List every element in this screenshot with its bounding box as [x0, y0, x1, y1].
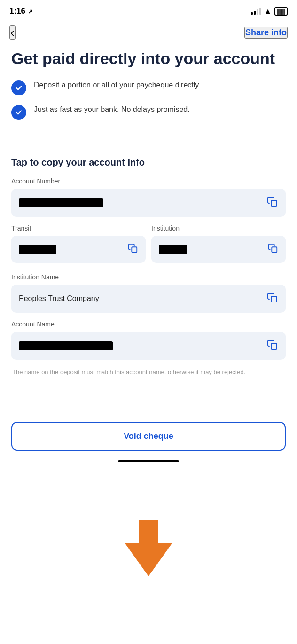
- home-indicator: [0, 455, 297, 465]
- transit-label: Transit: [11, 224, 146, 232]
- institution-name-wrap: Institution Name Peoples Trust Company: [11, 273, 286, 313]
- svg-marker-5: [125, 520, 172, 576]
- svg-rect-2: [272, 247, 277, 252]
- battery-icon: ▓▓: [274, 7, 288, 16]
- institution-redacted: [159, 245, 187, 254]
- hero-title: Get paid directly into your account: [11, 49, 286, 68]
- institution-name-field[interactable]: Peoples Trust Company: [11, 285, 286, 313]
- feature-text-2: Just as fast as your bank. No delays pro…: [34, 104, 190, 115]
- svg-rect-3: [271, 296, 277, 302]
- check-icon-1: [11, 80, 26, 95]
- copy-account-number-icon[interactable]: [267, 196, 278, 209]
- svg-rect-1: [132, 247, 137, 252]
- feature-item-1: Deposit a portion or all of your paycheq…: [11, 80, 286, 95]
- copy-institution-name-icon[interactable]: [267, 292, 278, 305]
- feature-item-2: Just as fast as your bank. No delays pro…: [11, 104, 286, 120]
- arrow-overlay: [125, 520, 172, 578]
- account-name-hint: The name on the deposit must match this …: [11, 367, 286, 377]
- transit-redacted: [19, 245, 56, 254]
- institution-col: Institution: [151, 224, 286, 270]
- institution-field[interactable]: [151, 236, 286, 263]
- location-icon: ↗: [28, 8, 33, 15]
- bottom-section: Void cheque: [0, 414, 297, 455]
- transit-field[interactable]: [11, 236, 146, 263]
- account-name-label: Account Name: [11, 320, 286, 328]
- transit-institution-row: Transit Institution: [11, 224, 286, 270]
- spacer: [0, 386, 297, 414]
- svg-rect-0: [271, 200, 277, 206]
- account-name-wrap: Account Name The name on the deposit mus…: [11, 320, 286, 377]
- wifi-icon: ▲: [264, 7, 272, 16]
- account-number-label-wrap: Account Number: [11, 177, 286, 217]
- void-cheque-button[interactable]: Void cheque: [11, 422, 286, 451]
- copy-account-name-icon[interactable]: [267, 339, 278, 352]
- check-icon-2: [11, 105, 26, 120]
- signal-icon: [251, 8, 261, 15]
- nav-bar: ‹ Share info: [0, 21, 297, 44]
- account-number-redacted: [19, 198, 103, 207]
- home-bar: [118, 460, 179, 462]
- feature-text-1: Deposit a portion or all of your paycheq…: [34, 80, 201, 91]
- status-time: 1:16 ↗: [9, 7, 33, 16]
- account-section: Tap to copy your account Info Account Nu…: [0, 148, 297, 386]
- section-divider: [0, 143, 297, 143]
- institution-name-value: Peoples Trust Company: [19, 294, 99, 303]
- account-section-title: Tap to copy your account Info: [11, 157, 286, 168]
- institution-name-label: Institution Name: [11, 273, 286, 281]
- copy-transit-icon[interactable]: [128, 243, 138, 255]
- account-number-label: Account Number: [11, 177, 286, 185]
- status-icons: ▲ ▓▓: [251, 7, 288, 16]
- svg-rect-4: [271, 343, 277, 349]
- account-number-field[interactable]: [11, 189, 286, 217]
- copy-institution-icon[interactable]: [268, 243, 278, 255]
- account-name-redacted: [19, 341, 113, 350]
- institution-label: Institution: [151, 224, 286, 232]
- share-info-button[interactable]: Share info: [244, 27, 288, 39]
- status-bar: 1:16 ↗ ▲ ▓▓: [0, 0, 297, 21]
- back-button[interactable]: ‹: [9, 25, 16, 40]
- account-name-field[interactable]: [11, 332, 286, 360]
- transit-col: Transit: [11, 224, 146, 270]
- hero-section: Get paid directly into your account Depo…: [0, 44, 297, 138]
